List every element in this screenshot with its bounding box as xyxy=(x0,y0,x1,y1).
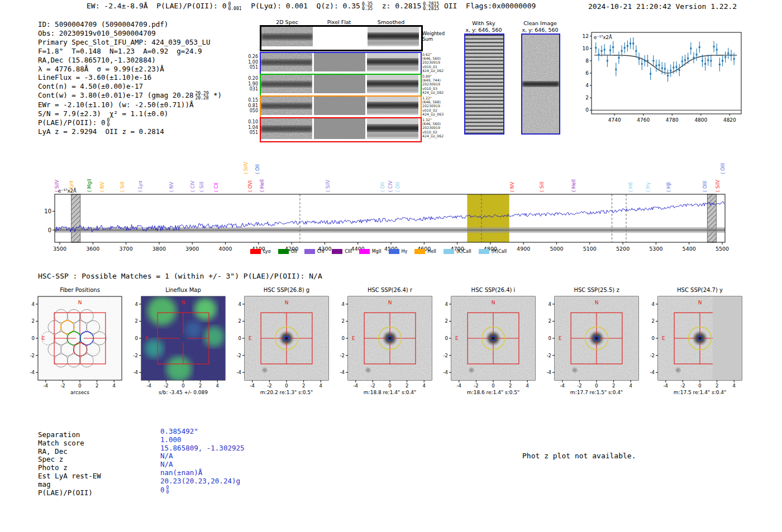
flat-image xyxy=(314,118,365,139)
legend-item: (H)CaII xyxy=(479,249,507,254)
svg-text:0: 0 xyxy=(285,383,288,389)
svg-text:-2: -2 xyxy=(444,353,448,358)
svg-text:0: 0 xyxy=(32,336,35,341)
svg-text:4: 4 xyxy=(342,301,345,307)
legend-swatch xyxy=(389,249,399,254)
svg-text:0: 0 xyxy=(549,336,551,341)
match-label: Separation xyxy=(38,431,101,439)
svg-text:2: 2 xyxy=(32,318,35,324)
svg-text:0: 0 xyxy=(652,336,655,341)
compass-north-label: N xyxy=(78,300,82,305)
svg-text:2: 2 xyxy=(342,318,345,324)
spectral-line-label: ( Hβ xyxy=(666,182,671,192)
match-value: 1.000 xyxy=(160,436,245,444)
svg-text:0: 0 xyxy=(388,383,391,389)
row-fiber-label: 1.32"(646, 560)20230919v010_02424_LU_062 xyxy=(422,118,445,138)
svg-text:0: 0 xyxy=(698,383,701,389)
stacked-value: 00 xyxy=(107,118,109,127)
text-part: S/N = 7.9(±2.3) χ² = 1.1(±0.0) xyxy=(38,109,168,118)
text-part: *) xyxy=(209,91,222,99)
cutout-panel-hsc-3: HSC SSP(26.4) rNE420-2-4-4-2024m:18.8 re… xyxy=(333,286,433,397)
stacked-value: 0.28150.2815 xyxy=(423,2,439,11)
montage-col-title-2dspec: 2D Spec xyxy=(262,19,312,25)
smooth-image xyxy=(367,75,418,93)
info-line: Cont(n) = 4.50(±0.00)e-17 xyxy=(38,82,222,91)
match-label: Match score xyxy=(38,439,101,448)
svg-text:4: 4 xyxy=(732,383,735,389)
svg-text:2: 2 xyxy=(612,383,615,389)
elixer-report-page: EW: -2.4±-8.9Å P(LAE)/P(OII): 000.001 P(… xyxy=(0,0,782,532)
info-line: λ = 4776.88Å σ = 9.99(±2.23)Å xyxy=(38,65,222,74)
spectral-line-label: ( SiIV xyxy=(325,180,331,192)
row-fiber-label: 0.62"(646, 560)20230919v010_01424_LU_062 xyxy=(422,52,445,73)
compass-east-label: E xyxy=(662,336,665,341)
svg-text:4: 4 xyxy=(585,83,589,88)
spectral-line-label: ( NV xyxy=(99,182,105,192)
svg-text:0: 0 xyxy=(492,383,494,389)
weighted-sum-label: WeightedSum xyxy=(422,31,445,42)
svg-text:0: 0 xyxy=(585,107,589,113)
stacked-value: 20.2920.28 xyxy=(195,92,208,100)
svg-text:2: 2 xyxy=(585,95,589,100)
text-part: EWr = -2.10(±1.10) (w: -2.50(±0.71))Å xyxy=(38,100,193,109)
smooth-image xyxy=(367,118,418,139)
full-spectrum-chart: 0103500360037003800390040004100420043004… xyxy=(34,157,751,259)
svg-text:4: 4 xyxy=(549,301,551,307)
spectral-line-label: ( OIII xyxy=(702,181,708,192)
cutout-panel-fiber: Fiber PositionsNE420-2-4-4-2024arcsecs xyxy=(23,286,123,397)
svg-text:-2: -2 xyxy=(164,383,168,389)
svg-text:4: 4 xyxy=(135,301,138,307)
svg-text:4900: 4900 xyxy=(517,246,530,252)
cutout-xlabel: m:18.6 re:1.4" s:0.5" xyxy=(467,390,519,395)
svg-text:10: 10 xyxy=(583,46,589,51)
compass-east-label: E xyxy=(42,336,45,341)
match-table-values: 0.385492"1.00015.865809, -1.302925N/AN/A… xyxy=(160,428,245,495)
legend-item: OII xyxy=(278,249,297,254)
row-weight-label: 0.150.81050 xyxy=(246,98,258,114)
detection-info-block: ID: 5090004709 (5090004709.pdf)Obs: 2023… xyxy=(38,20,222,136)
svg-text:0: 0 xyxy=(78,383,81,389)
smooth-image xyxy=(367,97,418,115)
spec2d-row xyxy=(260,117,422,142)
flatwhite-image xyxy=(314,27,366,46)
smooth-image xyxy=(367,53,418,71)
flat-image xyxy=(314,75,365,93)
legend-swatch xyxy=(332,249,342,254)
svg-text:-2: -2 xyxy=(340,353,345,358)
spectral-line-label: ( SiII xyxy=(539,181,545,192)
text-part: EW: -2.4±-8.9Å P(LAE)/P(OII): 0 xyxy=(87,2,226,10)
svg-text:-2: -2 xyxy=(577,383,581,389)
text-part: F=1.8" T=0.148 N=1.23 A=0.92 g=24.9 xyxy=(38,47,202,55)
flat-image xyxy=(314,53,365,71)
svg-text:5400: 5400 xyxy=(683,246,696,252)
spectral-line-label: ( NV xyxy=(169,182,174,192)
row-fiber-label: 1.22"(646, 568)20230919v010_02424_LU_063 xyxy=(422,96,445,116)
spectral-line-label: ( CII xyxy=(213,183,219,192)
svg-text:3700: 3700 xyxy=(120,246,133,252)
spectral-line-label: ( SiII xyxy=(120,181,125,192)
svg-text:4820: 4820 xyxy=(723,117,736,123)
svg-text:2: 2 xyxy=(239,318,241,324)
smooth-image xyxy=(368,27,419,46)
legend-item: MgII xyxy=(359,249,382,254)
spectral-line-label: ( HeII xyxy=(259,179,265,192)
spectral-line-label: ( OII xyxy=(395,182,400,192)
compass-east-label: E xyxy=(145,336,149,341)
svg-text:4: 4 xyxy=(445,301,448,307)
text-part: Cont(w) = 3.80(±0.01)e-17 (gmag 20.28 xyxy=(38,91,193,99)
spectral-line-label: ( Hδ xyxy=(628,182,633,192)
compass-east-label: E xyxy=(249,336,252,341)
info-line: S/N = 7.9(±2.3) χ² = 1.1(±0.0) xyxy=(38,109,222,118)
cutout-panel-hsc-2: HSC SSP(26.8) gNE420-2-4-4-2024m:20.2 re… xyxy=(230,286,330,397)
svg-text:4000: 4000 xyxy=(218,246,232,252)
svg-text:4: 4 xyxy=(239,301,241,307)
spec2d-row xyxy=(260,25,423,51)
svg-text:4740: 4740 xyxy=(608,117,621,123)
match-label: Photo z xyxy=(38,464,101,472)
svg-text:8: 8 xyxy=(585,58,589,64)
legend-item: Hγ xyxy=(389,249,408,254)
clean-image xyxy=(521,33,560,135)
legend-swatch xyxy=(278,249,289,254)
legend-swatch xyxy=(444,249,454,254)
svg-text:-2: -2 xyxy=(547,353,551,358)
